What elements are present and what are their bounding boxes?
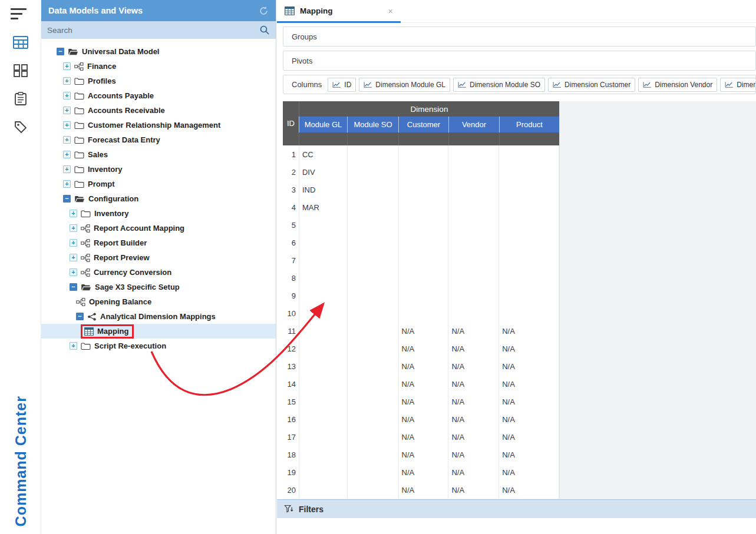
table-cell[interactable] [499,304,559,322]
collapse-toggle-icon[interactable]: − [70,283,77,291]
tree-item-mapping[interactable]: Mapping [41,324,276,339]
column-chip-dimension-module-gl[interactable]: Dimension Module GL [359,78,450,92]
table-cell[interactable]: N/A [499,340,559,357]
menu-icon[interactable] [11,8,28,21]
table-cell[interactable] [448,251,499,269]
table-cell[interactable] [348,163,399,181]
table-cell[interactable]: N/A [499,322,559,340]
table-row[interactable]: 7 [283,251,559,269]
table-cell[interactable] [399,181,449,198]
table-cell[interactable] [499,198,559,216]
search-icon[interactable] [259,25,270,35]
table-cell[interactable] [299,446,348,463]
tree-item-analytical-dimension-mappings[interactable]: −Analytical Dimension Mappings [41,309,276,324]
tree-item-universal-data-model[interactable]: −Universal Data Model [41,44,276,59]
table-row[interactable]: 15N/AN/AN/A [283,393,559,410]
table-cell[interactable]: N/A [448,357,499,375]
table-cell[interactable] [399,234,449,251]
expand-toggle-icon[interactable]: + [70,342,77,350]
column-chip-dimension-module-so[interactable]: Dimension Module SO [453,78,545,92]
expand-toggle-icon[interactable]: + [70,254,77,261]
tasks-icon[interactable] [0,85,41,113]
table-cell[interactable]: N/A [499,428,559,446]
column-chip-dimension-product[interactable]: Dimension Product [720,78,756,92]
table-cell[interactable] [348,198,399,216]
table-row[interactable]: 2DIV [283,163,559,181]
table-row[interactable]: 16N/AN/AN/A [283,410,559,428]
table-cell[interactable] [448,216,499,234]
modules-icon[interactable] [0,57,41,85]
table-cell[interactable] [348,340,399,357]
table-cell[interactable] [448,181,499,198]
table-cell[interactable] [399,287,449,304]
table-cell[interactable]: N/A [399,322,449,340]
table-cell[interactable]: N/A [448,393,499,410]
expand-toggle-icon[interactable]: + [63,62,71,70]
table-cell[interactable] [399,304,449,322]
collapse-toggle-icon[interactable]: − [63,195,71,203]
column-header-module-so[interactable]: Module SO [347,117,398,132]
table-cell[interactable] [299,375,348,393]
expand-toggle-icon[interactable]: + [63,165,71,173]
table-row[interactable]: 13N/AN/AN/A [283,357,559,375]
table-cell[interactable] [348,287,399,304]
expand-toggle-icon[interactable]: + [70,239,77,247]
table-cell[interactable] [299,234,348,251]
table-cell[interactable] [348,410,399,428]
tab-mapping[interactable]: Mapping × [277,0,401,23]
collapse-toggle-icon[interactable]: − [76,313,84,320]
table-row[interactable]: 6 [283,234,559,251]
table-cell[interactable] [448,198,499,216]
table-cell[interactable] [348,181,399,198]
table-cell[interactable]: N/A [399,446,449,463]
table-row[interactable]: 5 [283,216,559,234]
table-cell[interactable] [299,322,348,340]
table-cell[interactable]: IND [299,181,348,198]
column-header-product[interactable]: Product [499,117,559,132]
collapse-toggle-icon[interactable]: − [57,48,64,55]
table-cell[interactable] [348,428,399,446]
tree-item-customer-relationship-management[interactable]: +Customer Relationship Management [41,118,276,132]
table-cell[interactable] [448,287,499,304]
table-cell[interactable]: N/A [399,375,449,393]
table-cell[interactable] [499,251,559,269]
tree-item-configuration[interactable]: −Configuration [41,191,276,206]
table-cell[interactable]: CC [299,145,348,163]
table-cell[interactable] [499,145,559,163]
table-cell[interactable]: MAR [299,198,348,216]
table-cell[interactable] [299,357,348,375]
table-cell[interactable] [348,481,399,499]
table-row[interactable]: 20N/AN/AN/A [283,481,559,499]
table-cell[interactable] [348,375,399,393]
tree-item-inventory[interactable]: +Inventory [41,162,276,177]
tree-item-report-preview[interactable]: +Report Preview [41,250,276,265]
table-cell[interactable]: N/A [499,481,559,499]
column-header-id[interactable]: ID [283,101,299,145]
table-cell[interactable] [299,428,348,446]
table-cell[interactable] [299,481,348,499]
table-cell[interactable] [299,287,348,304]
table-row[interactable]: 11N/AN/AN/A [283,322,559,340]
expand-toggle-icon[interactable]: + [70,224,77,232]
tree-item-forecast-data-entry[interactable]: +Forecast Data Entry [41,132,276,147]
table-cell[interactable] [348,393,399,410]
table-row[interactable]: 14N/AN/AN/A [283,375,559,393]
column-header-vendor[interactable]: Vendor [448,117,499,132]
expand-toggle-icon[interactable]: + [70,210,77,217]
tree-item-script-re-execution[interactable]: +Script Re-execution [41,339,276,353]
table-cell[interactable] [299,304,348,322]
tree-item-finance[interactable]: +Finance [41,59,276,74]
table-cell[interactable] [399,251,449,269]
table-cell[interactable] [499,234,559,251]
table-cell[interactable]: N/A [499,357,559,375]
table-cell[interactable]: N/A [448,322,499,340]
tree-item-inventory[interactable]: +Inventory [41,206,276,221]
close-icon[interactable]: × [388,6,393,15]
column-chip-id[interactable]: ID [328,78,356,92]
table-cell[interactable] [399,145,449,163]
tree-item-sage-x3-specific-setup[interactable]: −Sage X3 Specific Setup [41,280,276,294]
tree-item-prompt[interactable]: +Prompt [41,177,276,191]
expand-toggle-icon[interactable]: + [63,180,71,188]
table-cell[interactable] [348,446,399,463]
expand-toggle-icon[interactable]: + [63,77,71,85]
